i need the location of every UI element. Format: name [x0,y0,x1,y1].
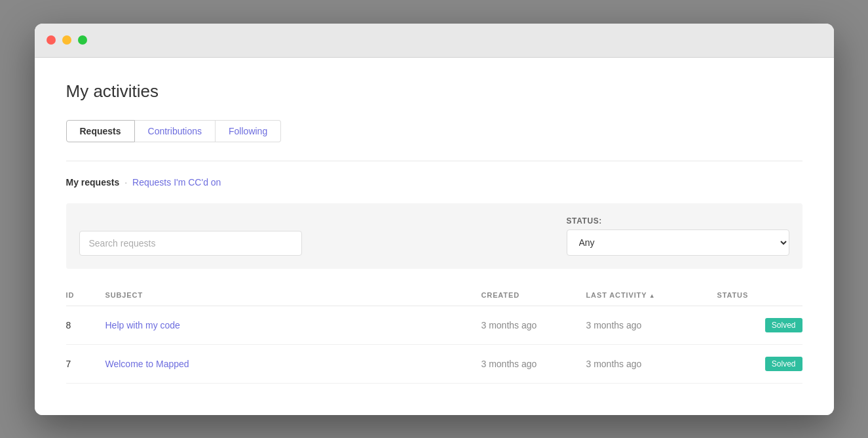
ticket-link[interactable]: Help with my code [105,320,180,330]
requests-table: ID SUBJECT CREATED LAST ACTIVITY STATUS … [66,285,802,384]
ticket-status-cell: Solved [717,306,802,344]
sub-nav: My requests · Requests I'm CC'd on [66,177,802,188]
status-badge: Solved [765,318,802,332]
titlebar [35,24,834,58]
status-select[interactable]: Any Open Solved Pending On hold [567,229,789,256]
col-header-last-activity[interactable]: LAST ACTIVITY [586,285,717,306]
close-button[interactable] [47,35,56,45]
tab-requests[interactable]: Requests [66,120,135,142]
table-row: 7 Welcome to Mapped 3 months ago 3 month… [66,344,802,383]
tabs-bar: Requests Contributions Following [66,120,802,142]
ticket-created: 3 months ago [481,306,586,344]
ticket-created: 3 months ago [481,344,586,383]
page-title: My activities [66,81,802,102]
status-label: STATUS: [567,216,789,226]
ticket-status-cell: Solved [717,344,802,383]
ticket-link[interactable]: Welcome to Mapped [105,359,189,369]
ticket-subject: Welcome to Mapped [105,344,481,383]
ticket-subject: Help with my code [105,306,481,344]
ccd-requests-link[interactable]: Requests I'm CC'd on [132,177,221,188]
search-input[interactable] [79,231,302,256]
tab-contributions[interactable]: Contributions [135,120,216,142]
minimize-button[interactable] [62,35,71,45]
app-window: My activities Requests Contributions Fol… [35,24,834,415]
table-row: 8 Help with my code 3 months ago 3 month… [66,306,802,344]
divider [66,161,802,161]
tab-following[interactable]: Following [216,120,281,142]
filter-bar: STATUS: Any Open Solved Pending On hold [66,203,802,269]
main-content: My activities Requests Contributions Fol… [35,58,834,415]
ticket-id: 8 [66,306,105,344]
maximize-button[interactable] [78,35,87,45]
my-requests-link[interactable]: My requests [66,177,120,188]
status-badge: Solved [765,357,802,371]
sub-nav-separator: · [124,177,127,188]
ticket-id: 7 [66,344,105,383]
col-header-created: CREATED [481,285,586,306]
col-header-id: ID [66,285,105,306]
ticket-last-activity: 3 months ago [586,306,717,344]
status-filter-group: STATUS: Any Open Solved Pending On hold [567,216,789,256]
col-header-subject: SUBJECT [105,285,481,306]
table-header-row: ID SUBJECT CREATED LAST ACTIVITY STATUS [66,285,802,306]
col-header-status: STATUS [717,285,802,306]
ticket-last-activity: 3 months ago [586,344,717,383]
